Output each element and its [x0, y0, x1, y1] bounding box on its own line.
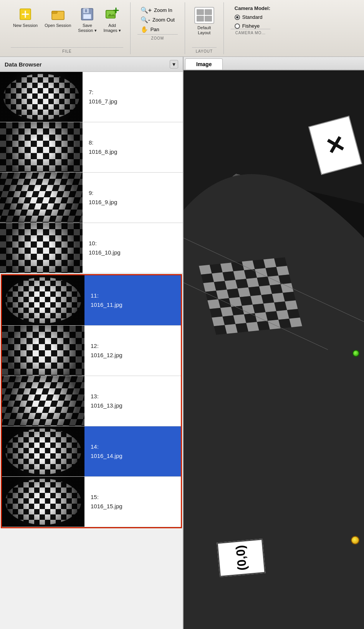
add-images-button[interactable]: AddImages ▾	[101, 5, 123, 35]
file-buttons-row: New Session Open Session	[11, 2, 123, 47]
pan-label: Pan	[151, 27, 159, 32]
pan-button[interactable]: ✋ Pan	[137, 25, 178, 34]
label-text: (0,0)	[233, 545, 250, 571]
camera-model-title: Camera Model:	[235, 5, 270, 11]
camera-group-label: CAMERA MO...	[231, 29, 270, 36]
filter-icon[interactable]: ▼	[170, 60, 178, 68]
save-session-icon	[80, 7, 94, 22]
list-item[interactable]: 14:1016_14.jpg	[2, 426, 181, 477]
svg-rect-7	[83, 14, 91, 19]
zoom-out-label: Zoom Out	[152, 17, 175, 23]
add-images-icon	[105, 7, 119, 22]
svg-rect-8	[85, 9, 87, 12]
file-group-label: FILE	[11, 47, 123, 54]
add-images-label: AddImages ▾	[104, 23, 121, 33]
save-session-label: SaveSession ▾	[78, 23, 96, 33]
item-thumbnail-7	[0, 72, 83, 122]
camera-options: Camera Model: Standard Fisheye	[231, 2, 270, 29]
list-item[interactable]: 11:1016_11.jpg	[2, 275, 181, 326]
toolbar-group-layout: DefaultLayout LAYOUT	[185, 2, 224, 54]
green-dot	[352, 350, 359, 357]
list-item[interactable]: 7:1016_7.jpg	[0, 72, 183, 122]
x-mark: ✕	[323, 130, 348, 161]
zoom-in-icon: 🔍+	[141, 7, 152, 14]
pan-icon: ✋	[141, 26, 148, 33]
open-session-button[interactable]: Open Session	[42, 5, 73, 30]
list-item[interactable]: 9:1016_9.jpg	[0, 173, 183, 223]
list-item[interactable]: 13:1016_13.jpg	[2, 376, 181, 426]
image-view: ✕ (0,0)	[184, 70, 364, 629]
item-label-10: 10:1016_10.jpg	[83, 235, 127, 261]
toolbar-group-file: New Session Open Session	[4, 2, 131, 54]
layout-grid-icon	[194, 7, 214, 24]
zoom-group-label: ZOOM	[137, 34, 178, 41]
right-panel: Image ✕ (0,0)	[184, 57, 364, 629]
list-item[interactable]: 10:1016_10.jpg	[0, 223, 183, 273]
item-thumbnail-9	[0, 173, 83, 223]
layout-cell-2	[205, 9, 212, 15]
list-item[interactable]: 12:1016_12.jpg	[2, 326, 181, 376]
data-browser-title: Data Browser	[5, 61, 42, 68]
item-thumbnail-10	[0, 223, 83, 273]
camera-standard-radio[interactable]	[235, 15, 240, 20]
yellow-circle	[351, 536, 359, 544]
new-session-icon	[18, 7, 33, 22]
zoom-out-icon: 🔍-	[141, 16, 150, 23]
camera-fisheye-option[interactable]: Fisheye	[235, 23, 260, 29]
item-thumbnail-15	[2, 477, 84, 527]
tab-image[interactable]: Image	[185, 58, 223, 70]
right-tabs: Image	[184, 57, 364, 70]
layout-cell-1	[197, 9, 204, 15]
item-label-7: 7:1016_7.jpg	[83, 84, 123, 110]
item-thumbnail-11	[2, 275, 84, 325]
camera-standard-label: Standard	[242, 14, 263, 20]
item-label-9: 9:1016_9.jpg	[83, 185, 123, 211]
list-item[interactable]: 15:1016_15.jpg	[2, 477, 181, 527]
item-label-15: 15:1016_15.jpg	[84, 489, 129, 515]
toolbar: New Session Open Session	[0, 0, 364, 57]
new-session-button[interactable]: New Session	[11, 5, 40, 30]
item-thumbnail-14	[2, 426, 84, 476]
camera-view: ✕ (0,0)	[184, 70, 364, 629]
layout-cell-4	[205, 16, 212, 22]
zoom-in-label: Zoom In	[154, 7, 172, 13]
label-card: (0,0)	[217, 539, 265, 577]
toolbar-group-zoom: 🔍+ Zoom In 🔍- Zoom Out ✋ Pan ZOOM	[131, 2, 185, 54]
item-thumbnail-12	[2, 326, 84, 376]
item-label-12: 12:1016_12.jpg	[84, 338, 129, 364]
save-session-button[interactable]: SaveSession ▾	[76, 5, 99, 35]
open-session-label: Open Session	[45, 23, 71, 28]
camera-fisheye-label: Fisheye	[242, 23, 260, 29]
zoom-buttons: 🔍+ Zoom In 🔍- Zoom Out ✋ Pan	[137, 2, 178, 34]
image-list[interactable]: 7:1016_7.jpg 8:1016_8.jpg 9:1016_9.jpg 1…	[0, 72, 183, 629]
layout-cell-3	[197, 16, 204, 22]
camera-standard-option[interactable]: Standard	[235, 14, 263, 20]
item-label-11: 11:1016_11.jpg	[84, 287, 129, 313]
selection-group: 11:1016_11.jpg 12:1016_12.jpg 13:1016_13…	[1, 274, 182, 528]
layout-group-label: LAYOUT	[192, 47, 217, 54]
camera-fisheye-radio[interactable]	[235, 23, 240, 29]
new-session-label: New Session	[13, 23, 38, 28]
item-label-8: 8:1016_8.jpg	[83, 134, 123, 160]
item-label-14: 14:1016_14.jpg	[84, 438, 129, 464]
zoom-in-button[interactable]: 🔍+ Zoom In	[137, 5, 178, 15]
list-item[interactable]: 8:1016_8.jpg	[0, 122, 183, 173]
default-layout-label: DefaultLayout	[197, 25, 211, 35]
item-thumbnail-8	[0, 122, 83, 172]
layout-buttons-row: DefaultLayout	[192, 2, 217, 47]
data-browser-panel: Data Browser ▼ 7:1016_7.jpg 8:1016_8.jpg	[0, 57, 184, 629]
data-browser-header: Data Browser ▼	[0, 57, 183, 72]
zoom-out-button[interactable]: 🔍- Zoom Out	[137, 15, 178, 25]
main-content: Data Browser ▼ 7:1016_7.jpg 8:1016_8.jpg	[0, 57, 364, 629]
item-thumbnail-13	[2, 376, 84, 426]
open-session-icon	[51, 7, 65, 22]
default-layout-button[interactable]: DefaultLayout	[192, 5, 217, 37]
item-label-13: 13:1016_13.jpg	[84, 388, 129, 414]
svg-rect-4	[52, 11, 57, 13]
toolbar-group-camera: Camera Model: Standard Fisheye CAMERA MO…	[224, 2, 277, 54]
